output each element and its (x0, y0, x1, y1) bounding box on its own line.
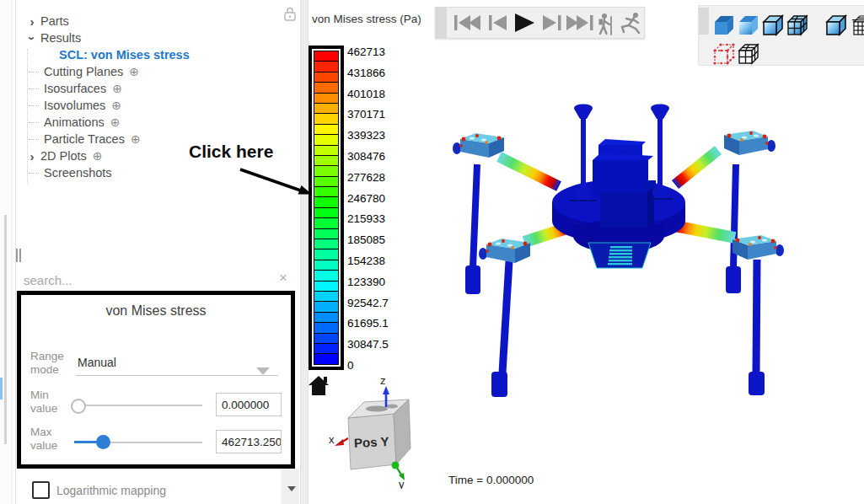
min-value-label: Min value (30, 389, 72, 416)
hiker-walk-icon[interactable] (599, 13, 612, 35)
colorbar-cell[interactable] (314, 281, 338, 292)
tree-item-animations[interactable]: Animations⊕ (20, 114, 295, 131)
lock-icon[interactable] (283, 6, 297, 25)
click-here-annotation: Click here (189, 142, 273, 162)
add-plus-icon[interactable]: ⊕ (112, 82, 122, 95)
cube-surface-edges-2-icon[interactable] (827, 16, 845, 35)
toolbar-grip-2[interactable] (699, 8, 709, 35)
colorbar-cell[interactable] (314, 62, 338, 72)
add-plus-icon[interactable]: ⊕ (110, 115, 121, 129)
legend-tick-label: 246780 (347, 191, 385, 204)
colorbar-cell[interactable] (314, 146, 338, 156)
colorbar-cell[interactable] (314, 249, 338, 260)
tree-item-scl-von-mises-stress[interactable]: SCL: von Mises stress (20, 46, 295, 63)
colorbar-cell[interactable] (314, 334, 338, 344)
chevron-down-icon[interactable] (256, 367, 270, 375)
colorbar[interactable] (309, 46, 344, 370)
search-input[interactable] (22, 268, 270, 292)
add-plus-icon[interactable]: ⊕ (129, 65, 139, 78)
add-plus-icon[interactable]: ⊕ (93, 149, 103, 163)
colorbar-cell[interactable] (314, 177, 338, 187)
colorbar-cell[interactable] (314, 313, 338, 323)
min-slider-track[interactable] (74, 405, 202, 406)
model-viewport[interactable] (438, 67, 864, 421)
colorbar-cell[interactable] (314, 135, 338, 145)
legend-tick-label: 61695.1 (347, 317, 389, 330)
skip-to-start-button[interactable] (454, 15, 480, 30)
logarithmic-mapping-checkbox[interactable] (32, 481, 50, 499)
cube-solid-flat-icon[interactable] (715, 16, 733, 35)
tree-item-screenshots[interactable]: Screenshots (20, 164, 295, 181)
max-value-label: Max value (30, 426, 72, 453)
colorbar-cell[interactable] (314, 104, 338, 114)
colorbar-cell[interactable] (314, 323, 338, 333)
splitter-grip[interactable] (16, 249, 24, 262)
legend-tick-label: 277628 (347, 170, 385, 183)
colorbar-cell[interactable] (314, 208, 338, 218)
colorbar-cell[interactable] (314, 344, 338, 354)
max-slider-handle[interactable] (96, 435, 110, 449)
colorbar-cell[interactable] (314, 260, 338, 271)
step-back-button[interactable] (489, 15, 507, 30)
runner-fast-icon[interactable] (622, 13, 639, 33)
colorbar-cell[interactable] (314, 94, 338, 104)
colorbar-cell[interactable] (314, 218, 338, 228)
skip-to-end-button[interactable] (566, 15, 593, 30)
max-value-input[interactable] (216, 430, 282, 453)
axis-z-label: z (380, 374, 386, 387)
chevron-collapsed-icon[interactable]: › (25, 14, 39, 29)
step-forward-button[interactable] (543, 15, 561, 30)
colorbar-cell[interactable] (314, 271, 338, 281)
colorbar-cell[interactable] (314, 302, 338, 312)
add-plus-icon[interactable]: ⊕ (111, 99, 121, 112)
cube-surface-edges-icon[interactable] (764, 16, 782, 35)
colorbar-cell[interactable] (314, 114, 338, 124)
colorbar-cell[interactable] (314, 156, 338, 166)
colorbar-cell[interactable] (314, 83, 338, 93)
playback-toolbar (435, 7, 645, 39)
cube-mesh-white-icon[interactable] (739, 45, 758, 63)
legend-title: von Mises stress (Pa) (312, 13, 421, 25)
colorbar-cell[interactable] (314, 187, 338, 197)
colorbar-cell[interactable] (314, 197, 338, 207)
legend-tick-label: 123390 (347, 275, 385, 287)
colorbar-cell[interactable] (314, 72, 338, 83)
legend-tick-label: 401018 (347, 87, 385, 99)
legend-tick-label: 215933 (347, 212, 385, 225)
cube-solid-glossy-icon[interactable] (739, 16, 758, 35)
legend-tick-label: 0 (347, 359, 354, 372)
colorbar-cell[interactable] (314, 229, 338, 239)
tree-guide-leader (29, 71, 39, 72)
navigation-cube[interactable]: Pos Y z x y (325, 371, 417, 489)
panel-title: von Mises stress (17, 303, 295, 319)
colorbar-cell[interactable] (314, 51, 338, 62)
cube-fine-mesh-icon[interactable] (852, 16, 864, 35)
min-value-input[interactable] (216, 393, 282, 416)
clear-search-icon[interactable]: × (279, 270, 287, 287)
add-plus-icon[interactable]: ⊕ (131, 132, 141, 146)
range-mode-select[interactable]: Manual (78, 356, 116, 369)
colorbar-cell[interactable] (314, 354, 338, 363)
min-slider-handle[interactable] (71, 399, 86, 414)
colorbar-cell[interactable] (314, 292, 338, 302)
cube-mesh-blue-icon[interactable] (788, 16, 807, 35)
play-button[interactable] (515, 13, 534, 32)
left-scrollbar-thumb[interactable] (4, 215, 7, 444)
chevron-collapsed-icon[interactable]: › (25, 149, 39, 164)
colorbar-cells (314, 51, 339, 365)
colorbar-cell[interactable] (314, 239, 338, 249)
tree-item-cutting-planes[interactable]: Cutting Planes⊕ (20, 63, 295, 80)
tree-item-parts[interactable]: ›Parts (20, 13, 295, 29)
colorbar-cell[interactable] (314, 125, 338, 135)
tree-item-isosurfaces[interactable]: Isosurfaces⊕ (20, 80, 295, 97)
panel-divider[interactable] (300, 0, 309, 504)
toolbar-grip[interactable] (436, 8, 447, 38)
tree-item-isovolumes[interactable]: Isovolumes⊕ (20, 97, 295, 114)
tree-item-label: Parts (40, 14, 69, 28)
scroll-down-arrow-icon[interactable] (287, 486, 296, 491)
tree-item-results[interactable]: ›Results (20, 29, 295, 46)
cube-points-wireframe-red-icon[interactable] (713, 43, 734, 64)
colorbar-cell[interactable] (314, 166, 338, 176)
chevron-expanded-icon[interactable]: › (25, 31, 40, 45)
tree-item-label: SCL: von Mises stress (59, 48, 190, 62)
